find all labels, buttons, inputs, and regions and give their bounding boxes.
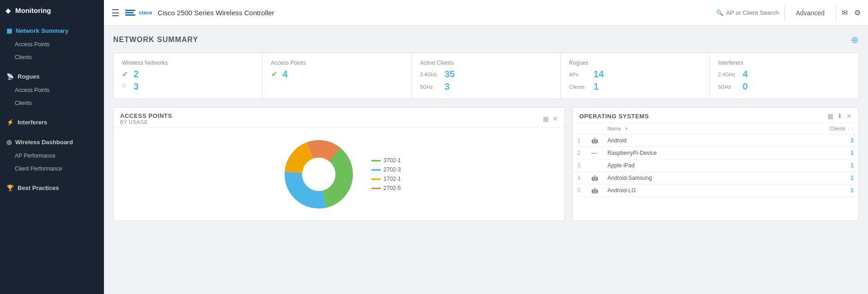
sidebar-section-wireless-dashboard: ◎ Wireless Dashboard AP Performance Clie… [0,132,104,178]
check-icon-wn: ✔ [122,70,128,79]
active-clients-row2: 5GHz 3 [420,81,552,92]
ap-widget-close-icon[interactable]: ✕ [552,115,558,122]
legend-color-1702-1 [371,178,381,180]
sidebar: ◈ Monitoring ▦ Network Summary Access Po… [0,0,104,294]
donut-hole [302,158,335,191]
rogues-label1: APs [569,72,590,77]
os-name: RaspberryPi-Device [603,147,766,159]
os-widget-close-icon[interactable]: ✕ [846,112,852,120]
access-points-icons: ✔ [271,70,277,79]
sidebar-item-interferers[interactable]: ⚡ Interferers [0,115,104,129]
rogues-val2: 1 [594,81,599,92]
content-header: NETWORK SUMMARY ⊕ [113,34,859,45]
sidebar-network-summary-label: Network Summary [16,27,68,34]
os-icon: 🤖 [587,135,603,147]
sidebar-item-client-performance[interactable]: Client Performance [0,162,104,175]
wireless-networks-body: ✔ ○ 2 3 [122,69,254,92]
os-widget-controls: ▦ ⬇ ✕ [827,112,852,120]
sidebar-item-ap-performance[interactable]: AP Performance [0,149,104,162]
access-points-body: ✔ 4 [271,69,403,80]
grid-icon: ▦ [6,27,12,34]
sidebar-title: Monitoring [15,6,51,14]
sidebar-client-performance-label: Client Performance [15,165,62,172]
rogues-body: APs 14 Clients 1 [569,69,701,92]
os-col-name: Name ▼ [603,123,766,135]
sidebar-item-best-practices[interactable]: 🏆 Best Practices [0,181,104,195]
summary-card-active-clients: Active Clients 2.4GHz 35 5GHz 3 [412,53,561,98]
os-clients: 3 [766,135,858,147]
active-clients-val1: 35 [444,69,455,80]
menu-icon[interactable]: ☰ [111,7,120,18]
interferers-val1: 4 [742,69,747,80]
rogues-val1: 14 [594,69,604,80]
sidebar-best-practices-label: Best Practices [18,184,59,191]
legend-label-2702-5: 2702-5 [383,185,401,191]
sidebar-item-access-points-rg[interactable]: Access Points [0,84,104,97]
row-num: 1 [573,135,587,147]
legend-label-2702-3: 2702-3 [383,166,401,173]
sidebar-clients-rg-label: Clients [15,100,32,106]
legend-item-3702-1: 3702-1 [371,157,401,164]
cisco-bar-2 [125,12,134,13]
topbar-search[interactable]: 🔍 AP or Client Search [716,9,779,16]
os-table-header-row: Name ▼ Clients ↑ ↓ [573,123,858,135]
monitoring-icon: ◈ [6,7,11,14]
sidebar-item-clients-rg[interactable]: Clients [0,97,104,110]
os-widget-body: Name ▼ Clients ↑ ↓ [573,123,858,197]
add-icon[interactable]: ⊕ [851,34,859,45]
ap-widget-table-icon[interactable]: ▦ [543,115,549,122]
legend-color-3702-1 [371,160,381,161]
rogues-title: Rogues [569,60,701,66]
rogues-label2: Clients [569,84,590,90]
settings-icon[interactable]: ⚙ [854,8,861,17]
access-points-values: 4 [283,69,288,80]
row-num: 2 [573,147,587,159]
row-num: 4 [573,172,587,184]
ap-widget-title-block: ACCESS POINTS BY USAGE [120,112,172,125]
legend-color-2702-5 [371,188,381,189]
clients-sort-asc[interactable]: ↑ [847,126,850,131]
table-row: 2 — RaspberryPi-Device 1 [573,147,858,159]
sidebar-item-network-summary[interactable]: ▦ Network Summary [0,24,104,38]
legend-item-1702-1: 1702-1 [371,176,401,182]
mail-icon[interactable]: ✉ [842,8,848,17]
search-label: AP or Client Search [726,9,779,16]
sidebar-item-access-points-ns[interactable]: Access Points [0,38,104,51]
os-clients: 1 [766,184,858,197]
name-sort-icon[interactable]: ▼ [624,126,629,131]
cisco-logo-text: cisco [139,10,152,15]
active-clients-title: Active Clients [420,60,552,66]
access-points-val: 4 [283,69,288,80]
sidebar-wireless-dashboard-label: Wireless Dashboard [15,139,73,146]
sidebar-rogues-label: Rogues [18,73,40,80]
os-widget-title: OPERATING SYSTEMS [579,113,649,120]
active-clients-body: 2.4GHz 35 5GHz 3 [420,69,552,92]
advanced-button[interactable]: Advanced [790,9,830,17]
active-clients-label2: 5GHz [420,84,441,90]
os-widget-header: OPERATING SYSTEMS ▦ ⬇ ✕ [573,108,858,123]
os-clients: 1 [766,172,858,184]
sidebar-item-wireless-dashboard[interactable]: ◎ Wireless Dashboard [0,135,104,149]
donut-container: 3702-1 2702-3 1702-1 [277,133,401,216]
os-widget-dl-icon[interactable]: ⬇ [837,112,843,120]
table-row: 3 Apple-iPad 1 [573,159,858,172]
wireless-networks-val1: 2 [134,69,139,80]
wireless-networks-values: 2 3 [134,69,139,92]
sidebar-item-rogues[interactable]: 📡 Rogues [0,69,104,84]
os-name: Apple-iPad [603,159,766,172]
sidebar-section-rogues: 📡 Rogues Access Points Clients [0,67,104,112]
clients-sort-desc[interactable]: ↓ [851,126,854,131]
os-icon [587,159,603,172]
sidebar-access-points-rg-label: Access Points [15,87,49,93]
sidebar-access-points-ns-label: Access Points [15,41,49,48]
content-area: NETWORK SUMMARY ⊕ Wireless Networks ✔ ○ … [104,26,868,294]
main-area: ☰ cisco Cisco 2500 Series Wireless Contr… [104,0,868,294]
cisco-logo: cisco [125,10,152,16]
os-widget-csv-icon[interactable]: ▦ [827,112,833,120]
interferers-label2: 5GHz [718,84,739,90]
sidebar-item-clients-ns[interactable]: Clients [0,51,104,64]
legend-color-2702-3 [371,169,381,171]
os-name: Android-Samsung [603,172,766,184]
os-clients: 1 [766,159,858,172]
active-clients-row1: 2.4GHz 35 [420,69,552,80]
